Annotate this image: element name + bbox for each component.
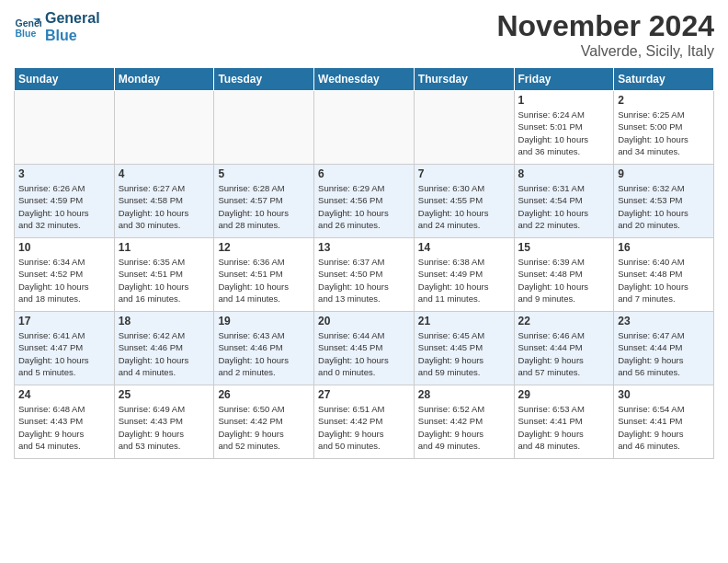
calendar-cell: 21Sunrise: 6:45 AM Sunset: 4:45 PM Dayli… bbox=[414, 312, 514, 385]
day-info: Sunrise: 6:38 AM Sunset: 4:49 PM Dayligh… bbox=[418, 256, 510, 304]
logo-icon: General Blue bbox=[14, 13, 41, 40]
month-title: November 2024 bbox=[496, 9, 714, 43]
calendar-cell: 12Sunrise: 6:36 AM Sunset: 4:51 PM Dayli… bbox=[214, 238, 314, 312]
day-info: Sunrise: 6:51 AM Sunset: 4:42 PM Dayligh… bbox=[318, 403, 410, 452]
calendar-cell: 25Sunrise: 6:49 AM Sunset: 4:43 PM Dayli… bbox=[114, 385, 214, 459]
calendar-cell: 2Sunrise: 6:25 AM Sunset: 5:00 PM Daylig… bbox=[614, 91, 714, 165]
day-number: 15 bbox=[518, 241, 610, 254]
calendar-cell bbox=[15, 91, 115, 165]
day-number: 28 bbox=[418, 388, 510, 401]
day-info: Sunrise: 6:31 AM Sunset: 4:54 PM Dayligh… bbox=[518, 182, 610, 231]
day-number: 13 bbox=[318, 241, 410, 254]
day-number: 24 bbox=[18, 388, 110, 401]
day-number: 26 bbox=[218, 388, 310, 401]
day-number: 4 bbox=[119, 167, 210, 180]
day-info: Sunrise: 6:48 AM Sunset: 4:43 PM Dayligh… bbox=[18, 403, 110, 452]
calendar-cell: 7Sunrise: 6:30 AM Sunset: 4:55 PM Daylig… bbox=[414, 165, 514, 238]
col-header-friday: Friday bbox=[514, 68, 614, 91]
calendar-cell bbox=[314, 91, 415, 165]
calendar-cell: 22Sunrise: 6:46 AM Sunset: 4:44 PM Dayli… bbox=[514, 312, 614, 385]
calendar-cell: 16Sunrise: 6:40 AM Sunset: 4:48 PM Dayli… bbox=[614, 238, 714, 312]
logo-text-line2: Blue bbox=[45, 27, 100, 44]
day-number: 6 bbox=[318, 167, 410, 180]
calendar-cell: 23Sunrise: 6:47 AM Sunset: 4:44 PM Dayli… bbox=[614, 312, 714, 385]
day-info: Sunrise: 6:49 AM Sunset: 4:43 PM Dayligh… bbox=[119, 403, 210, 452]
day-number: 11 bbox=[119, 241, 210, 254]
day-number: 21 bbox=[418, 315, 510, 327]
calendar-cell: 30Sunrise: 6:54 AM Sunset: 4:41 PM Dayli… bbox=[614, 385, 714, 459]
day-info: Sunrise: 6:25 AM Sunset: 5:00 PM Dayligh… bbox=[618, 109, 710, 157]
day-number: 27 bbox=[318, 388, 410, 401]
day-info: Sunrise: 6:36 AM Sunset: 4:51 PM Dayligh… bbox=[218, 256, 310, 304]
calendar-table: SundayMondayTuesdayWednesdayThursdayFrid… bbox=[14, 67, 714, 459]
calendar-cell: 29Sunrise: 6:53 AM Sunset: 4:41 PM Dayli… bbox=[514, 385, 614, 459]
col-header-sunday: Sunday bbox=[15, 68, 115, 91]
day-info: Sunrise: 6:34 AM Sunset: 4:52 PM Dayligh… bbox=[18, 256, 110, 304]
week-row-2: 3Sunrise: 6:26 AM Sunset: 4:59 PM Daylig… bbox=[15, 165, 714, 238]
day-info: Sunrise: 6:45 AM Sunset: 4:45 PM Dayligh… bbox=[418, 329, 510, 378]
calendar-cell bbox=[214, 91, 314, 165]
page-container: General Blue General Blue November 2024 … bbox=[0, 0, 728, 468]
day-info: Sunrise: 6:42 AM Sunset: 4:46 PM Dayligh… bbox=[119, 329, 210, 378]
day-number: 14 bbox=[418, 241, 510, 254]
day-info: Sunrise: 6:24 AM Sunset: 5:01 PM Dayligh… bbox=[518, 109, 610, 157]
day-number: 16 bbox=[618, 241, 710, 254]
day-number: 22 bbox=[518, 315, 610, 327]
calendar-cell: 13Sunrise: 6:37 AM Sunset: 4:50 PM Dayli… bbox=[314, 238, 415, 312]
day-number: 18 bbox=[119, 315, 210, 327]
day-number: 12 bbox=[218, 241, 310, 254]
day-number: 29 bbox=[518, 388, 610, 401]
week-row-3: 10Sunrise: 6:34 AM Sunset: 4:52 PM Dayli… bbox=[15, 238, 714, 312]
calendar-cell: 26Sunrise: 6:50 AM Sunset: 4:42 PM Dayli… bbox=[214, 385, 314, 459]
calendar-cell: 4Sunrise: 6:27 AM Sunset: 4:58 PM Daylig… bbox=[114, 165, 214, 238]
week-row-1: 1Sunrise: 6:24 AM Sunset: 5:01 PM Daylig… bbox=[15, 91, 714, 165]
day-info: Sunrise: 6:39 AM Sunset: 4:48 PM Dayligh… bbox=[518, 256, 610, 304]
day-info: Sunrise: 6:29 AM Sunset: 4:56 PM Dayligh… bbox=[318, 182, 410, 231]
location: Valverde, Sicily, Italy bbox=[496, 43, 714, 60]
calendar-cell: 18Sunrise: 6:42 AM Sunset: 4:46 PM Dayli… bbox=[114, 312, 214, 385]
header: General Blue General Blue November 2024 … bbox=[14, 9, 714, 60]
calendar-cell: 6Sunrise: 6:29 AM Sunset: 4:56 PM Daylig… bbox=[314, 165, 415, 238]
day-number: 23 bbox=[618, 315, 710, 327]
day-info: Sunrise: 6:43 AM Sunset: 4:46 PM Dayligh… bbox=[218, 329, 310, 378]
calendar-cell: 19Sunrise: 6:43 AM Sunset: 4:46 PM Dayli… bbox=[214, 312, 314, 385]
calendar-cell: 9Sunrise: 6:32 AM Sunset: 4:53 PM Daylig… bbox=[614, 165, 714, 238]
day-number: 8 bbox=[518, 167, 610, 180]
day-info: Sunrise: 6:32 AM Sunset: 4:53 PM Dayligh… bbox=[618, 182, 710, 231]
col-header-wednesday: Wednesday bbox=[314, 68, 415, 91]
col-header-thursday: Thursday bbox=[414, 68, 514, 91]
calendar-cell: 27Sunrise: 6:51 AM Sunset: 4:42 PM Dayli… bbox=[314, 385, 415, 459]
day-info: Sunrise: 6:27 AM Sunset: 4:58 PM Dayligh… bbox=[119, 182, 210, 231]
calendar-cell: 28Sunrise: 6:52 AM Sunset: 4:42 PM Dayli… bbox=[414, 385, 514, 459]
day-number: 2 bbox=[618, 94, 710, 107]
day-number: 9 bbox=[618, 167, 710, 180]
calendar-cell: 17Sunrise: 6:41 AM Sunset: 4:47 PM Dayli… bbox=[15, 312, 115, 385]
day-number: 3 bbox=[18, 167, 110, 180]
day-number: 5 bbox=[218, 167, 310, 180]
day-number: 20 bbox=[318, 315, 410, 327]
calendar-cell: 10Sunrise: 6:34 AM Sunset: 4:52 PM Dayli… bbox=[15, 238, 115, 312]
day-info: Sunrise: 6:44 AM Sunset: 4:45 PM Dayligh… bbox=[318, 329, 410, 378]
title-block: November 2024 Valverde, Sicily, Italy bbox=[496, 9, 714, 60]
day-info: Sunrise: 6:53 AM Sunset: 4:41 PM Dayligh… bbox=[518, 403, 610, 452]
calendar-cell: 3Sunrise: 6:26 AM Sunset: 4:59 PM Daylig… bbox=[15, 165, 115, 238]
day-info: Sunrise: 6:26 AM Sunset: 4:59 PM Dayligh… bbox=[18, 182, 110, 231]
week-row-5: 24Sunrise: 6:48 AM Sunset: 4:43 PM Dayli… bbox=[15, 385, 714, 459]
logo-text-line1: General bbox=[45, 9, 100, 27]
calendar-cell: 5Sunrise: 6:28 AM Sunset: 4:57 PM Daylig… bbox=[214, 165, 314, 238]
calendar-cell: 1Sunrise: 6:24 AM Sunset: 5:01 PM Daylig… bbox=[514, 91, 614, 165]
col-header-saturday: Saturday bbox=[614, 68, 714, 91]
calendar-cell: 11Sunrise: 6:35 AM Sunset: 4:51 PM Dayli… bbox=[114, 238, 214, 312]
day-info: Sunrise: 6:37 AM Sunset: 4:50 PM Dayligh… bbox=[318, 256, 410, 304]
day-info: Sunrise: 6:35 AM Sunset: 4:51 PM Dayligh… bbox=[119, 256, 210, 304]
day-number: 19 bbox=[218, 315, 310, 327]
day-info: Sunrise: 6:52 AM Sunset: 4:42 PM Dayligh… bbox=[418, 403, 510, 452]
day-number: 7 bbox=[418, 167, 510, 180]
day-number: 10 bbox=[18, 241, 110, 254]
day-info: Sunrise: 6:40 AM Sunset: 4:48 PM Dayligh… bbox=[618, 256, 710, 304]
day-info: Sunrise: 6:30 AM Sunset: 4:55 PM Dayligh… bbox=[418, 182, 510, 231]
calendar-cell: 14Sunrise: 6:38 AM Sunset: 4:49 PM Dayli… bbox=[414, 238, 514, 312]
calendar-cell: 15Sunrise: 6:39 AM Sunset: 4:48 PM Dayli… bbox=[514, 238, 614, 312]
day-info: Sunrise: 6:46 AM Sunset: 4:44 PM Dayligh… bbox=[518, 329, 610, 378]
day-info: Sunrise: 6:50 AM Sunset: 4:42 PM Dayligh… bbox=[218, 403, 310, 452]
